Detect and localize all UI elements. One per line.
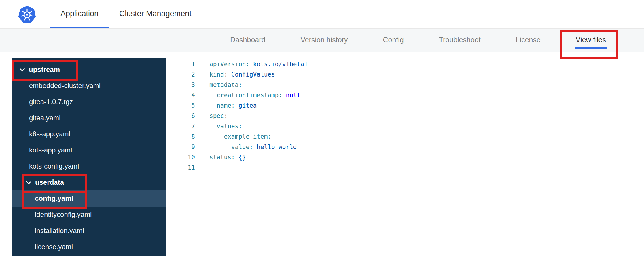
code-text: kind: ConfigValues — [209, 69, 275, 80]
line-number: 10 — [166, 152, 195, 163]
app-subnav: DashboardVersion historyConfigTroublesho… — [0, 29, 644, 52]
code-editor[interactable]: 1apiVersion: kots.io/v1beta12kind: Confi… — [166, 52, 644, 256]
tree-group-userdata[interactable]: userdata — [12, 174, 166, 190]
code-line: 8 example_item: — [166, 131, 644, 142]
top-tab-cluster-management[interactable]: Cluster Management — [109, 0, 202, 28]
code-line: 2kind: ConfigValues — [166, 69, 644, 80]
subnav-item-license[interactable]: License — [515, 32, 541, 49]
subnav-item-dashboard[interactable]: Dashboard — [230, 32, 266, 49]
line-number: 9 — [166, 142, 195, 152]
code-line: 7 values: — [166, 121, 644, 131]
code-text: example_item: — [209, 131, 271, 142]
kubernetes-helm-icon — [18, 5, 36, 24]
line-number: 4 — [166, 90, 195, 100]
code-text: value: hello world — [209, 142, 297, 152]
code-line: 1apiVersion: kots.io/v1beta1 — [166, 59, 644, 69]
kubernetes-logo — [18, 0, 38, 28]
subnav-item-troubleshoot[interactable]: Troubleshoot — [438, 32, 481, 49]
code-text: status: {} — [209, 152, 246, 163]
line-number: 7 — [166, 121, 195, 131]
content-area: upstreamembedded-cluster.yamlgitea-1.0.7… — [0, 52, 644, 256]
tree-group-label: upstream — [29, 66, 60, 74]
line-number: 5 — [166, 100, 195, 111]
tree-file-license-yaml[interactable]: license.yaml — [12, 239, 166, 255]
code-line: 9 value: hello world — [166, 142, 644, 152]
code-text: spec: — [209, 111, 228, 121]
code-line: 4 creationTimestamp: null — [166, 90, 644, 100]
code-text: values: — [209, 121, 242, 131]
chevron-down-icon — [26, 179, 31, 184]
line-number: 2 — [166, 69, 195, 80]
tree-file-kots-app-yaml[interactable]: kots-app.yaml — [12, 142, 166, 158]
tree-file-k8s-app-yaml[interactable]: k8s-app.yaml — [12, 126, 166, 142]
tree-file-identityconfig-yaml[interactable]: identityconfig.yaml — [12, 207, 166, 223]
tree-group-upstream[interactable]: upstream — [12, 62, 166, 78]
file-tree: upstreamembedded-cluster.yamlgitea-1.0.7… — [12, 58, 166, 256]
tree-file-kots-config-yaml[interactable]: kots-config.yaml — [12, 158, 166, 174]
tree-group-label: userdata — [35, 178, 64, 186]
code-text: metadata: — [209, 80, 242, 90]
chevron-down-icon — [20, 66, 25, 71]
code-line: 6spec: — [166, 111, 644, 121]
code-line: 5 name: gitea — [166, 100, 644, 111]
subnav-item-view-files[interactable]: View files — [575, 32, 607, 49]
top-tab-application[interactable]: Application — [50, 0, 109, 28]
subnav-item-version-history[interactable]: Version history — [300, 32, 348, 49]
line-number: 1 — [166, 59, 195, 69]
code-line: 11 — [166, 163, 644, 173]
tree-file-embedded-cluster-yaml[interactable]: embedded-cluster.yaml — [12, 78, 166, 94]
line-number: 8 — [166, 131, 195, 142]
subnav-item-config[interactable]: Config — [382, 32, 404, 49]
line-number: 6 — [166, 111, 195, 121]
line-number: 3 — [166, 80, 195, 90]
code-text: creationTimestamp: null — [209, 90, 300, 100]
top-tabs: ApplicationCluster Management — [50, 0, 202, 28]
tree-file-gitea-yaml[interactable]: gitea.yaml — [12, 110, 166, 126]
line-number: 11 — [166, 163, 195, 173]
top-header: ApplicationCluster Management — [0, 0, 644, 29]
code-text: name: gitea — [209, 100, 257, 111]
tree-file-gitea-1-0-7-tgz[interactable]: gitea-1.0.7.tgz — [12, 94, 166, 110]
tree-file-installation-yaml[interactable]: installation.yaml — [12, 223, 166, 239]
tree-file-config-yaml[interactable]: config.yaml — [12, 190, 166, 207]
code-text: apiVersion: kots.io/v1beta1 — [209, 59, 308, 69]
code-line: 3metadata: — [166, 80, 644, 90]
code-line: 10status: {} — [166, 152, 644, 163]
editor-lines: 1apiVersion: kots.io/v1beta12kind: Confi… — [166, 59, 644, 173]
